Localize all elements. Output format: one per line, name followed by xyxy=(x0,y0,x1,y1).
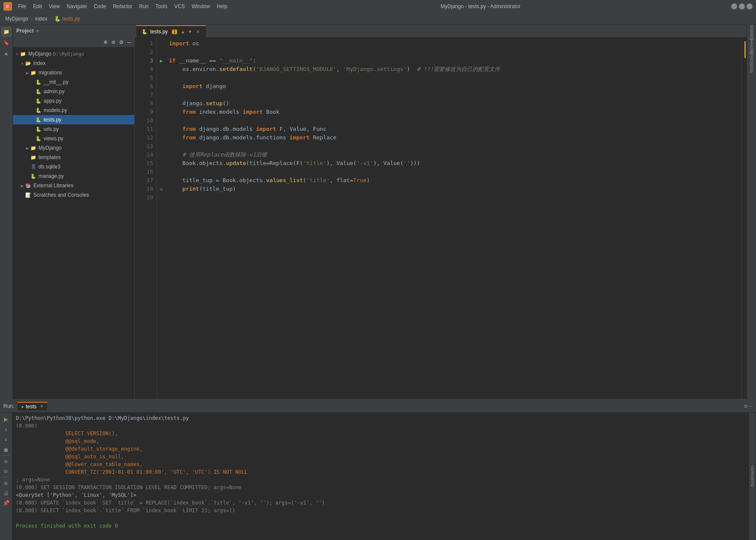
minimize-action-icon[interactable]: — xyxy=(749,403,753,409)
line-num-9: 9 xyxy=(136,108,153,116)
breadcrumb-file[interactable]: 🐍 tests.py xyxy=(54,16,80,22)
maximize-button[interactable]: □ xyxy=(739,3,745,9)
tree-item-mydjango-pkg[interactable]: ▶ 📁 MyDjango xyxy=(13,143,134,153)
tree-item-init[interactable]: 🐍 __init__.py xyxy=(13,77,134,87)
tree-item-ext-libs[interactable]: ▶ 📚 External Libraries xyxy=(13,181,134,190)
code-line-13 xyxy=(169,142,738,150)
app-icon: 🎯 xyxy=(3,2,12,11)
gutter-run-3[interactable]: ▶ xyxy=(157,56,166,65)
tab-tests-py[interactable]: 🐍 tests.py 1 ▲ ▼ ✕ xyxy=(136,25,206,37)
tree-item-manage[interactable]: 🐍 manage.py xyxy=(13,171,134,181)
run-tab-close[interactable]: ✕ xyxy=(40,404,44,409)
menu-vcs[interactable]: VCS xyxy=(172,3,187,10)
console-line-sql1: SELECT VERSION(), xyxy=(16,430,746,437)
tree-item-urls[interactable]: 🐍 urls.py xyxy=(13,124,134,134)
tree-path: D:\MyDjango xyxy=(53,51,84,57)
tree-item-db[interactable]: 🗄 db.sqlite3 xyxy=(13,162,134,171)
pin-button[interactable]: 📌 xyxy=(2,499,10,507)
tree-item-apps[interactable]: 🐍 apps.py xyxy=(13,96,134,106)
code-line-11: from django.db.models import F, Value, F… xyxy=(169,125,738,133)
gutter-10 xyxy=(157,116,166,125)
run-tab-label: tests xyxy=(26,404,36,410)
tree-label: views.py xyxy=(44,136,63,142)
editor-scrollbar[interactable] xyxy=(741,38,747,399)
tab-file-icon: 🐍 xyxy=(142,29,148,35)
line-num-10: 10 xyxy=(136,116,153,125)
tree-label: apps.py xyxy=(44,98,62,104)
run-play-button[interactable]: ▶ xyxy=(3,414,9,424)
stop-button[interactable]: ■ xyxy=(3,446,9,454)
scroll-output-button[interactable]: ≡ xyxy=(3,457,9,466)
tree-item-mydjango[interactable]: ▾ 📁 MyDjango D:\MyDjango xyxy=(13,49,134,59)
console-line-cmd: D:\Python\Python38\python.exe D:\MyDjang… xyxy=(16,414,746,422)
tree-label: db.sqlite3 xyxy=(39,164,60,170)
tree-item-scratches[interactable]: 📝 Scratches and Consoles xyxy=(13,190,134,200)
project-view-icon[interactable]: 📁 xyxy=(1,27,12,37)
tree-item-templates[interactable]: 📁 templates xyxy=(13,153,134,162)
rerun-button[interactable]: ⬇ xyxy=(3,436,9,444)
line-num-19: 19 xyxy=(136,193,153,202)
tree-arrow: ▶ xyxy=(25,146,30,150)
run-stop-button[interactable]: ⬆ xyxy=(3,426,9,434)
menu-file[interactable]: File xyxy=(15,3,29,10)
breadcrumb-mydjango[interactable]: MyDjango xyxy=(5,16,28,22)
bottom-panel: Run: ● tests ✕ ⚙ — ▶ ⬆ ⬇ ■ ≡ ⊟ ⊞ 🖨 📌 D:\… xyxy=(0,399,756,540)
tree-item-index[interactable]: ▾ 📂 index xyxy=(13,59,134,68)
print-button[interactable]: 🖨 xyxy=(3,489,10,497)
console-output[interactable]: D:\Python\Python38\python.exe D:\MyDjang… xyxy=(12,413,749,540)
console-line-sql6: CONVERT_TZ('2001-01-01 01:00:00', 'UTC',… xyxy=(16,468,746,476)
tree-item-admin[interactable]: 🐍 admin.py xyxy=(13,87,134,96)
minimize-button[interactable]: ─ xyxy=(731,3,737,9)
menu-run[interactable]: Run xyxy=(136,3,151,10)
code-line-4: os.environ.setdefault('DJANGO_SETTINGS_M… xyxy=(169,65,738,74)
settings-action-icon[interactable]: ⚙ xyxy=(744,403,747,409)
run-tab-tests[interactable]: ● tests ✕ xyxy=(18,402,47,410)
tree-item-models[interactable]: 🐍 models.py xyxy=(13,106,134,115)
line-num-14: 14 xyxy=(136,150,153,159)
tree-item-migrations[interactable]: ▶ 📁 migrations xyxy=(13,68,134,77)
menu-window[interactable]: Window xyxy=(189,3,213,10)
tree-arrow: ▶ xyxy=(20,183,25,188)
tree-item-views[interactable]: 🐍 views.py xyxy=(13,134,134,143)
menu-view[interactable]: View xyxy=(46,3,62,10)
tree-label: MyDjango xyxy=(39,145,62,151)
sidebar-notifications[interactable]: Notifications xyxy=(747,55,756,68)
code-content[interactable]: import os if __name__ == "__main__": os.… xyxy=(166,38,741,399)
code-editor[interactable]: 1 2 3 4 5 6 7 8 9 10 11 12 13 14 15 16 1 xyxy=(135,38,747,399)
menu-tools[interactable]: Tools xyxy=(153,3,170,10)
bookmarks-icon[interactable]: 🔖 xyxy=(1,38,12,48)
menu-navigate[interactable]: Navigate xyxy=(64,3,89,10)
code-line-19 xyxy=(169,193,738,202)
bookmarks-strip[interactable]: bookmarks xyxy=(749,413,756,540)
close-button[interactable]: ✕ xyxy=(747,3,753,9)
menu-edit[interactable]: Edit xyxy=(30,3,44,10)
code-line-17: title_tup = Book.objects.values_list('ti… xyxy=(169,176,738,185)
menu-help[interactable]: Help xyxy=(214,3,230,10)
gutter-11 xyxy=(157,125,166,133)
hide-icon[interactable]: — xyxy=(126,38,133,46)
tab-close-button[interactable]: ✕ xyxy=(195,29,201,35)
settings-icon[interactable]: ⚙ xyxy=(118,38,125,46)
python-file-icon: 🐍 xyxy=(35,107,42,114)
structure-icon[interactable]: ≡ xyxy=(1,49,12,59)
sync-icon[interactable]: ⊕ xyxy=(102,38,109,46)
dropdown-icon[interactable]: ▾ xyxy=(36,29,39,33)
layout-button[interactable]: ⊞ xyxy=(3,479,9,487)
code-line-5 xyxy=(169,74,738,82)
warning-indicator xyxy=(744,41,746,58)
gutter-13 xyxy=(157,142,166,150)
breadcrumb-index[interactable]: index xyxy=(35,16,47,22)
sidebar-database[interactable]: Database xyxy=(747,25,756,38)
menu-code[interactable]: Code xyxy=(91,3,109,10)
console-line-exit: Process finished with exit code 0 xyxy=(16,522,746,530)
tree-item-tests[interactable]: 🐍 tests.py xyxy=(13,115,134,124)
clear-button[interactable]: ⊟ xyxy=(3,467,9,475)
left-strip: 📁 🔖 ≡ xyxy=(0,25,13,399)
run-label: Run: xyxy=(3,403,14,409)
gutter-15 xyxy=(157,159,166,168)
title-bar: 🎯 File Edit View Navigate Code Refactor … xyxy=(0,0,756,13)
python-file-icon: 🐍 xyxy=(35,116,42,123)
tree-label: migrations xyxy=(39,70,62,76)
menu-refactor[interactable]: Refactor xyxy=(110,3,135,10)
collapse-icon[interactable]: ≡ xyxy=(110,38,117,46)
